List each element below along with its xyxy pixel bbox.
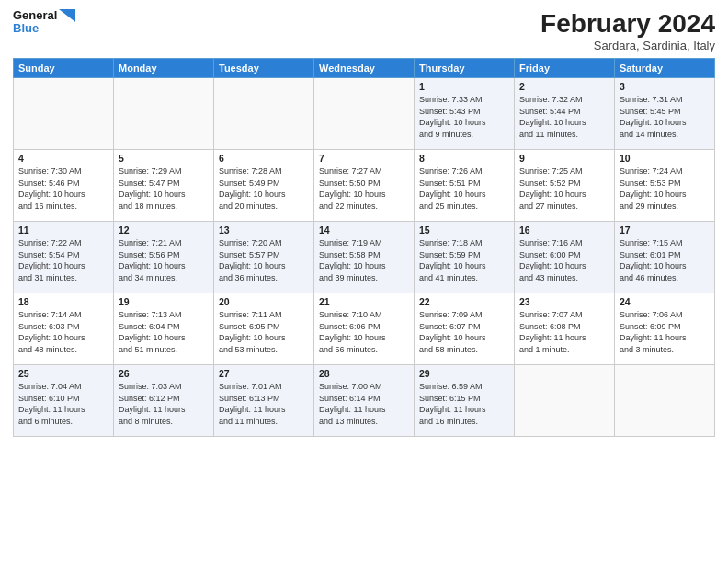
day-cell: 27Sunrise: 7:01 AM Sunset: 6:13 PM Dayli… [214,365,314,437]
day-info: Sunrise: 7:18 AM Sunset: 5:59 PM Dayligh… [419,237,509,283]
day-cell: 10Sunrise: 7:24 AM Sunset: 5:53 PM Dayli… [615,150,715,222]
header-cell-thursday: Thursday [415,59,515,78]
day-cell: 20Sunrise: 7:11 AM Sunset: 6:05 PM Dayli… [214,293,314,365]
day-cell: 16Sunrise: 7:16 AM Sunset: 6:00 PM Dayli… [515,222,615,293]
day-number: 26 [119,368,209,379]
week-row-2: 4Sunrise: 7:30 AM Sunset: 5:46 PM Daylig… [14,150,715,222]
day-info: Sunrise: 7:00 AM Sunset: 6:14 PM Dayligh… [319,381,409,427]
day-cell [615,365,715,437]
day-number: 9 [519,153,609,164]
day-number: 10 [620,153,710,164]
logo-blue: Blue [13,22,75,35]
header-row: SundayMondayTuesdayWednesdayThursdayFrid… [14,59,715,78]
header: General Blue February 2024 Sardara, Sard… [13,9,715,52]
day-cell [314,78,415,150]
day-number: 17 [620,224,710,236]
day-cell: 12Sunrise: 7:21 AM Sunset: 5:56 PM Dayli… [114,222,214,293]
day-info: Sunrise: 7:13 AM Sunset: 6:04 PM Dayligh… [119,309,209,355]
day-number: 16 [519,224,609,236]
day-info: Sunrise: 7:31 AM Sunset: 5:45 PM Dayligh… [620,94,710,140]
day-number: 18 [18,296,108,307]
day-info: Sunrise: 7:30 AM Sunset: 5:46 PM Dayligh… [18,166,108,212]
header-cell-saturday: Saturday [615,59,715,78]
day-number: 20 [219,296,309,307]
day-number: 21 [319,296,409,307]
header-cell-wednesday: Wednesday [314,59,415,78]
day-cell: 29Sunrise: 6:59 AM Sunset: 6:15 PM Dayli… [415,365,515,437]
day-cell: 21Sunrise: 7:10 AM Sunset: 6:06 PM Dayli… [314,293,415,365]
day-cell: 2Sunrise: 7:32 AM Sunset: 5:44 PM Daylig… [515,78,615,150]
day-cell: 19Sunrise: 7:13 AM Sunset: 6:04 PM Dayli… [114,293,214,365]
calendar-page: General Blue February 2024 Sardara, Sard… [0,0,728,563]
day-cell: 8Sunrise: 7:26 AM Sunset: 5:51 PM Daylig… [415,150,515,222]
day-cell [14,78,114,150]
day-cell: 13Sunrise: 7:20 AM Sunset: 5:57 PM Dayli… [214,222,314,293]
day-number: 23 [519,296,609,307]
logo-general: General [13,9,57,22]
day-info: Sunrise: 7:32 AM Sunset: 5:44 PM Dayligh… [519,94,609,140]
day-number: 27 [219,368,309,379]
day-number: 1 [419,81,509,92]
day-info: Sunrise: 7:19 AM Sunset: 5:58 PM Dayligh… [319,237,409,283]
day-info: Sunrise: 7:06 AM Sunset: 6:09 PM Dayligh… [620,309,710,355]
day-info: Sunrise: 7:26 AM Sunset: 5:51 PM Dayligh… [419,166,509,212]
day-number: 5 [119,153,209,164]
day-cell: 11Sunrise: 7:22 AM Sunset: 5:54 PM Dayli… [14,222,114,293]
day-number: 25 [18,368,108,379]
day-number: 22 [419,296,509,307]
week-row-4: 18Sunrise: 7:14 AM Sunset: 6:03 PM Dayli… [14,293,715,365]
day-cell: 15Sunrise: 7:18 AM Sunset: 5:59 PM Dayli… [415,222,515,293]
day-info: Sunrise: 7:09 AM Sunset: 6:07 PM Dayligh… [419,309,509,355]
day-cell: 3Sunrise: 7:31 AM Sunset: 5:45 PM Daylig… [615,78,715,150]
day-info: Sunrise: 7:15 AM Sunset: 6:01 PM Dayligh… [620,237,710,283]
day-number: 24 [620,296,710,307]
day-info: Sunrise: 7:33 AM Sunset: 5:43 PM Dayligh… [419,94,509,140]
day-info: Sunrise: 7:24 AM Sunset: 5:53 PM Dayligh… [620,166,710,212]
day-info: Sunrise: 7:22 AM Sunset: 5:54 PM Dayligh… [18,237,108,283]
header-cell-monday: Monday [114,59,214,78]
day-info: Sunrise: 7:03 AM Sunset: 6:12 PM Dayligh… [119,381,209,427]
week-row-5: 25Sunrise: 7:04 AM Sunset: 6:10 PM Dayli… [14,365,715,437]
day-cell: 23Sunrise: 7:07 AM Sunset: 6:08 PM Dayli… [515,293,615,365]
header-cell-friday: Friday [515,59,615,78]
day-cell: 17Sunrise: 7:15 AM Sunset: 6:01 PM Dayli… [615,222,715,293]
day-info: Sunrise: 7:04 AM Sunset: 6:10 PM Dayligh… [18,381,108,427]
day-number: 15 [419,224,509,236]
week-row-1: 1Sunrise: 7:33 AM Sunset: 5:43 PM Daylig… [14,78,715,150]
day-cell [114,78,214,150]
main-title: February 2024 [540,9,715,39]
day-number: 19 [119,296,209,307]
day-number: 28 [319,368,409,379]
day-cell [214,78,314,150]
day-info: Sunrise: 7:14 AM Sunset: 6:03 PM Dayligh… [18,309,108,355]
day-cell: 9Sunrise: 7:25 AM Sunset: 5:52 PM Daylig… [515,150,615,222]
day-cell: 1Sunrise: 7:33 AM Sunset: 5:43 PM Daylig… [415,78,515,150]
day-info: Sunrise: 7:25 AM Sunset: 5:52 PM Dayligh… [519,166,609,212]
svg-marker-0 [59,9,75,22]
day-cell: 14Sunrise: 7:19 AM Sunset: 5:58 PM Dayli… [314,222,415,293]
day-info: Sunrise: 7:10 AM Sunset: 6:06 PM Dayligh… [319,309,409,355]
day-cell: 24Sunrise: 7:06 AM Sunset: 6:09 PM Dayli… [615,293,715,365]
day-number: 2 [519,81,609,92]
header-cell-tuesday: Tuesday [214,59,314,78]
logo: General Blue [13,9,75,36]
day-info: Sunrise: 7:21 AM Sunset: 5:56 PM Dayligh… [119,237,209,283]
day-cell: 4Sunrise: 7:30 AM Sunset: 5:46 PM Daylig… [14,150,114,222]
day-cell [515,365,615,437]
day-info: Sunrise: 7:28 AM Sunset: 5:49 PM Dayligh… [219,166,309,212]
day-cell: 6Sunrise: 7:28 AM Sunset: 5:49 PM Daylig… [214,150,314,222]
day-cell: 26Sunrise: 7:03 AM Sunset: 6:12 PM Dayli… [114,365,214,437]
day-number: 12 [119,224,209,236]
day-info: Sunrise: 7:11 AM Sunset: 6:05 PM Dayligh… [219,309,309,355]
week-row-3: 11Sunrise: 7:22 AM Sunset: 5:54 PM Dayli… [14,222,715,293]
day-number: 3 [620,81,710,92]
header-cell-sunday: Sunday [14,59,114,78]
day-number: 8 [419,153,509,164]
logo-arrow-icon [59,9,75,22]
day-number: 14 [319,224,409,236]
day-info: Sunrise: 7:20 AM Sunset: 5:57 PM Dayligh… [219,237,309,283]
calendar-table: SundayMondayTuesdayWednesdayThursdayFrid… [13,58,715,437]
day-cell: 18Sunrise: 7:14 AM Sunset: 6:03 PM Dayli… [14,293,114,365]
day-info: Sunrise: 7:27 AM Sunset: 5:50 PM Dayligh… [319,166,409,212]
day-number: 13 [219,224,309,236]
